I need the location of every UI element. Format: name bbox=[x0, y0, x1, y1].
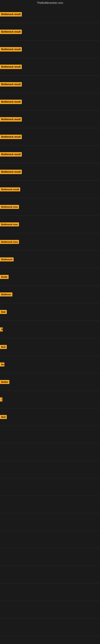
bottleneck-badge: B bbox=[0, 328, 3, 332]
bottleneck-badge: Bottleneck result bbox=[0, 170, 22, 174]
bottleneck-badge: Bottleneck result bbox=[0, 30, 22, 34]
bottleneck-badge: Bott bbox=[0, 415, 7, 419]
empty-row bbox=[0, 443, 100, 461]
bottleneck-item: Bottler bbox=[0, 373, 100, 391]
bottleneck-badge: Bott bbox=[0, 345, 7, 349]
bottleneck-item: Bott bbox=[0, 408, 100, 426]
bottleneck-item: Bottleneck result bbox=[0, 58, 100, 76]
empty-row bbox=[0, 636, 100, 644]
page-wrapper: TheBottlenecker.com Bottleneck resultBot… bbox=[0, 0, 100, 644]
bottleneck-item: Bottleneck result bbox=[0, 146, 100, 163]
bottleneck-item: Bottleneck bbox=[0, 251, 100, 268]
empty-row bbox=[0, 478, 100, 496]
bottleneck-item: Bottleneck resu bbox=[0, 198, 100, 216]
bottleneck-badge: Bottleneck result bbox=[0, 152, 22, 156]
bottleneck-item: Bottleneck result bbox=[0, 163, 100, 181]
bottleneck-item: Bottlenec bbox=[0, 286, 100, 303]
bottleneck-item: Bottleneck result bbox=[0, 128, 100, 146]
empty-row bbox=[0, 514, 100, 531]
bottleneck-item: Bottleneck result bbox=[0, 76, 100, 93]
bottleneck-badge: Bottle bbox=[0, 275, 9, 279]
bottleneck-badge: Bo bbox=[0, 362, 4, 366]
bottleneck-item: Bottleneck resu bbox=[0, 216, 100, 233]
bottleneck-badge: Bottleneck result bbox=[0, 100, 22, 104]
bottleneck-badge: Bottleneck result bbox=[0, 117, 22, 122]
bottleneck-item: Bottleneck result bbox=[0, 181, 100, 198]
bottleneck-item: Bottleneck resu bbox=[0, 233, 100, 251]
bottleneck-badge: Bottleneck result bbox=[0, 64, 22, 69]
bottleneck-badge: Bottleneck result bbox=[0, 82, 22, 86]
bottleneck-item: | bbox=[0, 391, 100, 408]
empty-row bbox=[0, 548, 100, 566]
bottleneck-badge: Bottleneck result bbox=[0, 47, 22, 52]
rows-container: Bottleneck resultBottleneck resultBottle… bbox=[0, 6, 100, 644]
bottleneck-badge: Bottleneck result bbox=[0, 12, 22, 16]
bottleneck-badge: | bbox=[0, 398, 2, 402]
bottleneck-item: Bottleneck result bbox=[0, 93, 100, 111]
bottleneck-badge: Bottlenec bbox=[0, 292, 12, 296]
bottleneck-item: B bbox=[0, 321, 100, 338]
empty-row bbox=[0, 531, 100, 548]
empty-row bbox=[0, 618, 100, 636]
bottleneck-badge: Bottleneck resu bbox=[0, 240, 19, 244]
bottleneck-item: Bottleneck result bbox=[0, 6, 100, 23]
bottleneck-item: Bott bbox=[0, 303, 100, 321]
bottleneck-item: Bottleneck result bbox=[0, 111, 100, 128]
bottleneck-badge: Bottleneck resu bbox=[0, 222, 19, 226]
bottleneck-badge: Bottleneck result bbox=[0, 135, 22, 139]
bottleneck-item: Bottle bbox=[0, 268, 100, 286]
bottleneck-badge: Bott bbox=[0, 310, 7, 314]
bottleneck-item: Bo bbox=[0, 356, 100, 373]
bottleneck-badge: Bottleneck bbox=[0, 258, 14, 262]
bottleneck-badge: Bottleneck resu bbox=[0, 205, 19, 209]
empty-row bbox=[0, 584, 100, 601]
bottleneck-badge: Bottler bbox=[0, 380, 9, 384]
bottleneck-item: Bott bbox=[0, 338, 100, 356]
empty-row bbox=[0, 566, 100, 584]
empty-row bbox=[0, 461, 100, 478]
empty-row bbox=[0, 426, 100, 443]
site-title-text: TheBottlenecker.com bbox=[37, 1, 63, 4]
empty-row bbox=[0, 496, 100, 514]
bottleneck-item: Bottleneck result bbox=[0, 23, 100, 41]
empty-row bbox=[0, 601, 100, 618]
bottleneck-item: Bottleneck result bbox=[0, 41, 100, 58]
site-title: TheBottlenecker.com bbox=[0, 0, 100, 6]
bottleneck-badge: Bottleneck result bbox=[0, 187, 20, 192]
